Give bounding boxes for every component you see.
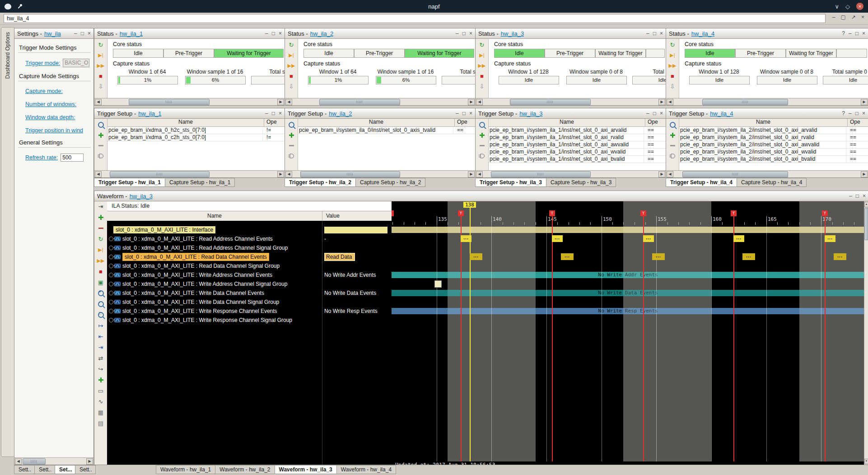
tab-settings-1[interactable]: Sett.. (14, 465, 35, 474)
scroll-right-button[interactable]: ▶ (468, 171, 475, 177)
scroll-right-button[interactable]: ▶ (86, 458, 93, 465)
scroll-right-button[interactable]: ▶ (277, 99, 284, 105)
tree-expander-icon[interactable] (109, 264, 113, 268)
stop-icon[interactable]: ■ (96, 267, 105, 275)
help-button[interactable]: ? (842, 110, 845, 116)
minimize-button[interactable]: – (265, 110, 268, 116)
scrollbar-thumb[interactable] (300, 171, 400, 177)
scroll-down-button[interactable]: ▼ (864, 459, 868, 464)
trigger-marker-flag[interactable]: T (640, 210, 646, 216)
scroll-left-button[interactable]: ◀ (285, 171, 292, 177)
maximize-button[interactable]: □ (856, 193, 859, 199)
signal-name-row[interactable]: slot_0 : xdma_0_M_AXI_LITE : Read Addres… (107, 234, 322, 243)
tree-expander-icon[interactable] (109, 237, 113, 241)
minimize-button[interactable]: – (456, 110, 459, 116)
trigger-probe-row[interactable]: pcie_ep_bram_i/system_ila_0/inst/net_slo… (298, 127, 475, 134)
tab-trigger-setup-hw-ila-4[interactable]: Trigger Setup - hw_ila_4 (666, 178, 737, 187)
run-continuous-icon[interactable]: ▶▶ (96, 61, 105, 70)
close-button[interactable]: × (279, 30, 282, 37)
horizontal-scrollbar[interactable]: ◀▶ (666, 170, 868, 177)
panel-title-link[interactable]: hw_ila_3 (501, 30, 524, 37)
minimize-icon[interactable]: – (832, 14, 835, 20)
run-trigger-icon[interactable]: ↻ (96, 41, 105, 49)
panel-title-link[interactable]: hw_ila_3 (519, 110, 542, 117)
trigger-marker-flag[interactable]: T (458, 210, 464, 216)
minimize-button[interactable]: – (849, 193, 852, 199)
refresh-rate-input[interactable]: 500 (61, 154, 84, 162)
close-button[interactable]: × (862, 110, 865, 116)
close-button[interactable]: × (469, 110, 472, 116)
maximize-button[interactable]: □ (653, 110, 656, 116)
stop-icon[interactable]: ■ (477, 72, 486, 80)
minimize-button[interactable]: – (74, 30, 77, 37)
settings-link[interactable]: Capture mode: (25, 88, 93, 94)
horizontal-scrollbar[interactable]: ◀▶ (476, 170, 666, 177)
run-immediate-icon[interactable]: ▶| (477, 51, 486, 59)
close-button[interactable]: × (660, 30, 663, 37)
event-marker[interactable]: ... (561, 253, 574, 260)
goto-cursor-icon[interactable]: ↦ (96, 321, 105, 330)
maximize-button[interactable]: □ (653, 30, 656, 37)
add-icon[interactable] (287, 131, 296, 139)
scroll-left-button[interactable]: ◀ (95, 99, 102, 105)
scroll-up-button[interactable]: ▲ (864, 202, 868, 207)
event-marker[interactable]: ... (552, 235, 563, 242)
scrollbar-thumb[interactable] (110, 171, 210, 177)
probe-operator[interactable]: == (644, 134, 666, 141)
close-button[interactable]: × (863, 193, 866, 199)
event-marker[interactable]: ... (461, 235, 471, 242)
download-icon[interactable]: ⇩ (287, 82, 296, 90)
wave-plot-area[interactable]: No Write Addr EventsNo Write Data Events… (392, 201, 864, 461)
gate-icon[interactable] (668, 152, 677, 160)
panel-title-link[interactable]: hw_ila_1 (120, 30, 143, 37)
signal-name-row[interactable]: slot_0 : xdma_0_M_AXI_LITE : Read Data C… (107, 252, 322, 261)
signal-name-row[interactable]: slot_0 : xdma_0_M_AXI_LITE : Write Respo… (107, 316, 322, 325)
tab-waveform-hw-ila-3[interactable]: Waveform - hw_ila_3 (275, 465, 337, 474)
probe-operator[interactable]: != (263, 134, 285, 141)
add-icon[interactable] (668, 131, 677, 139)
tree-expander-icon[interactable] (109, 318, 113, 322)
scroll-right-button[interactable]: ▶ (468, 99, 475, 105)
event-marker[interactable]: ... (733, 235, 744, 242)
scroll-left-button[interactable]: ◀ (15, 458, 22, 465)
trigger-probe-row[interactable]: pcie_ep_bram_i/system_ila_2/inst/net_slo… (679, 134, 868, 141)
tree-expander-icon[interactable] (109, 291, 113, 295)
probe-operator[interactable]: == (846, 127, 868, 134)
dock-icon[interactable]: ⇥ (96, 202, 105, 210)
trigger-probe-row[interactable]: pcie_ep_bram_i/xdma_0_h2c_sts_0[7:0]!= (107, 127, 285, 134)
run-immediate-icon[interactable]: ▶| (96, 51, 105, 59)
signal-name-row[interactable]: slot_0 : xdma_0_M_AXI_LITE : Write Addre… (107, 279, 322, 289)
minimize-button[interactable]: – (849, 110, 852, 116)
tab-trigger-setup-hw-ila-2[interactable]: Trigger Setup - hw_ila_2 (285, 178, 356, 187)
probe-operator[interactable]: == (644, 149, 666, 155)
trigger-probe-row[interactable]: pcie_ep_bram_i/system_ila_2/inst/net_slo… (679, 149, 868, 156)
horizontal-scrollbar[interactable]: ◀▶ (94, 170, 285, 177)
remove-icon[interactable] (287, 141, 296, 149)
close-button[interactable]: × (279, 110, 282, 116)
tab-waveform-hw-ila-2[interactable]: Waveform - hw_ila_2 (215, 465, 275, 474)
scrollbar-thumb[interactable] (23, 458, 46, 465)
download-icon[interactable]: ⇩ (668, 82, 677, 90)
tree-expander-icon[interactable] (109, 273, 113, 277)
tree-expander-icon[interactable] (109, 300, 113, 304)
scrollbar-thumb[interactable] (702, 99, 788, 105)
tab-capture-setup-hw-ila-3[interactable]: Capture Setup - hw_ila_3 (546, 178, 616, 187)
panel-title-link[interactable]: hw_ila_4 (691, 30, 714, 37)
close-button[interactable]: × (660, 110, 663, 116)
signal-name-row[interactable]: slot_0 : xdma_0_M_AXI_LITE : Read Data C… (107, 261, 322, 270)
minimize-button[interactable]: – (646, 30, 649, 37)
zoom-in-icon[interactable]: + (96, 289, 105, 297)
swap-icon[interactable]: ⇄ (96, 354, 105, 362)
scrollbar-thumb[interactable] (510, 99, 591, 105)
panel-title-link[interactable]: hw_ila_2 (329, 110, 352, 117)
add-icon[interactable] (96, 131, 105, 139)
scroll-left-button[interactable]: ◀ (667, 171, 673, 177)
signal-name-row[interactable]: slot_0 : xdma_0_M_AXI_LITE : Read Addres… (107, 243, 322, 252)
minimize-button[interactable]: – (646, 110, 649, 116)
zoom-fit-icon[interactable]: □ (96, 311, 105, 319)
event-marker[interactable]: ... (834, 253, 846, 260)
close-icon[interactable]: × (861, 14, 864, 20)
scrollbar-thumb[interactable] (864, 208, 868, 240)
panel-title-link[interactable]: hw_ila (44, 30, 61, 37)
scroll-right-button[interactable]: ▶ (861, 171, 868, 177)
